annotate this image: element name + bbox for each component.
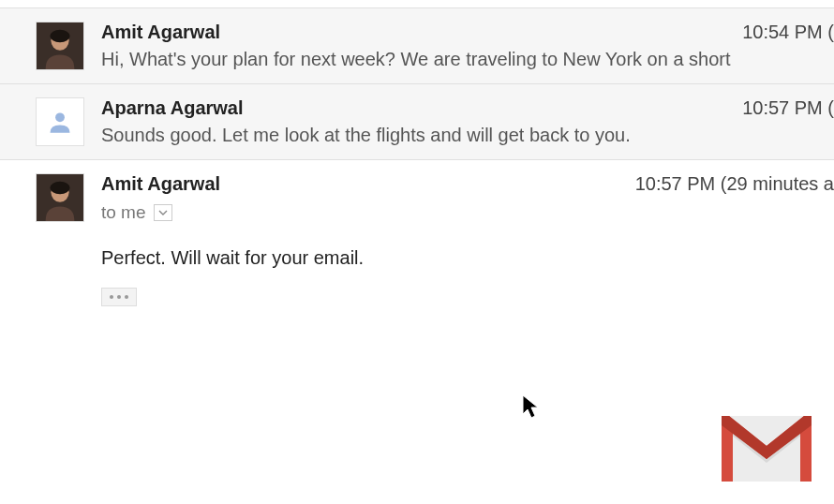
mouse-cursor-icon bbox=[521, 393, 542, 420]
message-snippet: Sounds good. Let me look at the flights … bbox=[101, 125, 834, 146]
avatar bbox=[36, 22, 84, 70]
svg-point-2 bbox=[50, 30, 69, 42]
message-body: Aparna Agarwal 10:57 PM ( Sounds good. L… bbox=[101, 97, 834, 146]
recipient-row: to me bbox=[101, 202, 834, 223]
avatar bbox=[36, 97, 84, 146]
message-header: Amit Agarwal 10:57 PM (29 minutes a bbox=[101, 173, 834, 195]
message-header: Amit Agarwal 10:54 PM ( bbox=[101, 22, 834, 43]
chevron-down-icon bbox=[158, 210, 168, 215]
message-body: Amit Agarwal 10:54 PM ( Hi, What's your … bbox=[101, 22, 834, 70]
sender-name: Amit Agarwal bbox=[101, 173, 220, 195]
show-trimmed-content-button[interactable] bbox=[101, 288, 137, 306]
svg-point-6 bbox=[50, 182, 69, 194]
avatar-placeholder-icon bbox=[47, 109, 73, 135]
avatar bbox=[36, 173, 84, 222]
avatar-photo-icon bbox=[37, 174, 83, 221]
email-thread: Amit Agarwal 10:54 PM ( Hi, What's your … bbox=[0, 0, 834, 319]
message-time: 10:57 PM ( bbox=[742, 97, 834, 119]
message-header: Aparna Agarwal 10:57 PM ( bbox=[101, 97, 834, 119]
gmail-logo-icon bbox=[718, 412, 815, 485]
message-body: Amit Agarwal 10:57 PM (29 minutes a to m… bbox=[101, 173, 834, 306]
show-details-button[interactable] bbox=[154, 204, 172, 221]
recipient-text: to me bbox=[101, 202, 146, 223]
message-content: Perfect. Will wait for your email. bbox=[101, 247, 834, 269]
message-time: 10:57 PM (29 minutes a bbox=[635, 173, 834, 195]
svg-point-3 bbox=[55, 112, 65, 122]
message-collapsed[interactable]: Aparna Agarwal 10:57 PM ( Sounds good. L… bbox=[0, 83, 834, 159]
message-snippet: Hi, What's your plan for next week? We a… bbox=[101, 49, 834, 70]
sender-name: Amit Agarwal bbox=[101, 22, 220, 43]
message-expanded: Amit Agarwal 10:57 PM (29 minutes a to m… bbox=[0, 159, 834, 319]
message-collapsed[interactable]: Amit Agarwal 10:54 PM ( Hi, What's your … bbox=[0, 7, 834, 83]
sender-name: Aparna Agarwal bbox=[101, 97, 244, 119]
avatar-photo-icon bbox=[37, 22, 83, 69]
message-time: 10:54 PM ( bbox=[742, 22, 834, 43]
